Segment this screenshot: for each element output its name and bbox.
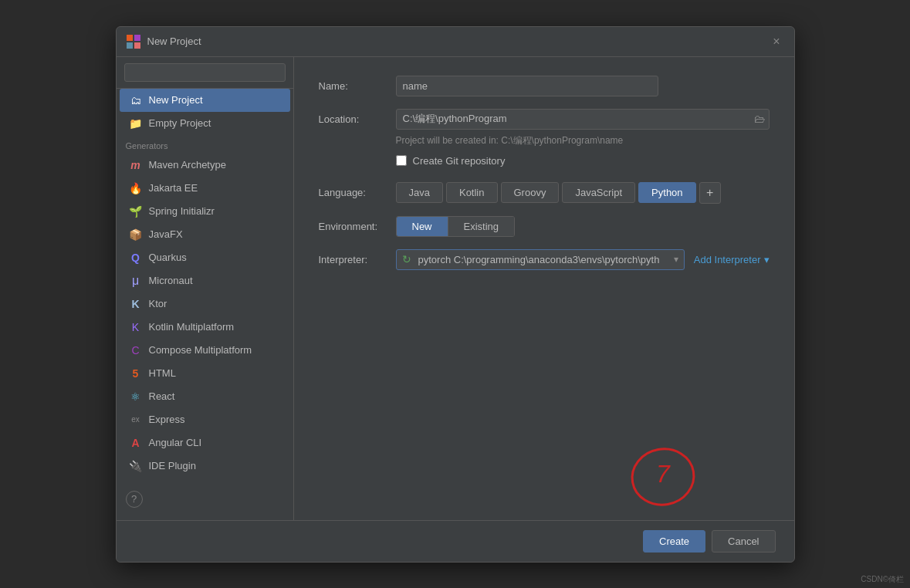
name-row: Name: [319,76,770,96]
location-row: Location: 🗁 [319,109,770,130]
sidebar-item-express[interactable]: ex Express [120,408,290,431]
empty-project-icon: 📁 [129,117,143,130]
location-field: 🗁 [396,109,770,130]
sidebar-item-micronaut[interactable]: μ Micronaut [120,269,290,292]
environment-label: Environment: [319,221,396,232]
sidebar-item-react[interactable]: ⚛ React [120,385,290,408]
add-language-button[interactable]: + [699,182,721,204]
cancel-button[interactable]: Cancel [712,530,775,553]
interpreter-row: Interpreter: ↻ pytorch C:\programming\an… [319,249,770,270]
sidebar-item-ktor[interactable]: K Ktor [120,292,290,316]
sidebar: 🗂 New Project 📁 Empty Project Generators… [117,57,294,520]
svg-rect-3 [134,42,140,49]
search-box [117,57,293,89]
new-project-dialog: New Project × 🗂 New Project 📁 Empty Proj… [116,26,795,563]
spring-icon: 🌱 [129,204,143,218]
add-interpreter-button[interactable]: Add Interpreter ▾ [685,254,770,265]
sidebar-item-quarkus[interactable]: Q Quarkus [120,246,290,269]
language-label: Language: [319,187,396,198]
react-icon: ⚛ [129,390,143,404]
language-buttons: Java Kotlin Groovy JavaScript Python + [396,182,721,204]
maven-icon: m [129,158,143,172]
add-interpreter-label: Add Interpreter [694,254,761,265]
lang-java-button[interactable]: Java [396,182,443,203]
lang-javascript-button[interactable]: JavaScript [562,182,635,203]
sidebar-item-label: HTML [149,367,176,379]
dialog-title: New Project [147,35,201,47]
location-label: Location: [319,113,396,125]
location-input-wrap: 🗁 [396,109,770,130]
sidebar-item-compose[interactable]: C Compose Multiplatform [120,339,290,362]
sidebar-item-label: Micronaut [149,275,193,286]
help-button[interactable]: ? [126,491,143,508]
kotlin-multiplatform-icon: K [129,320,143,334]
generators-section-label: Generators [117,135,293,154]
environment-buttons: New Existing [396,216,516,237]
sidebar-item-label: Spring Initializr [149,205,215,217]
sidebar-item-spring[interactable]: 🌱 Spring Initializr [120,200,290,223]
sidebar-item-maven[interactable]: m Maven Archetype [120,154,290,177]
svg-rect-0 [127,35,133,41]
jakarta-icon: 🔥 [129,181,143,195]
javafx-icon: 📦 [129,228,143,242]
search-input[interactable] [124,63,286,82]
lang-kotlin-button[interactable]: Kotlin [446,182,498,203]
name-label: Name: [319,80,396,92]
interpreter-refresh-icon: ↻ [402,253,411,265]
env-existing-button[interactable]: Existing [448,217,515,236]
sidebar-item-label: Express [149,414,185,425]
sidebar-item-label: Maven Archetype [149,159,226,171]
main-content: Name: Location: 🗁 Project will be create… [294,57,794,520]
sidebar-item-label: JavaFX [149,228,183,240]
close-button[interactable]: × [768,33,784,50]
sidebar-item-label: Kotlin Multiplatform [149,321,235,333]
sidebar-item-kotlin-multi[interactable]: K Kotlin Multiplatform [120,316,290,339]
svg-rect-2 [127,42,133,49]
sidebar-item-label: Jakarta EE [149,182,198,194]
sidebar-item-label: New Project [149,94,203,106]
environment-row: Environment: New Existing [319,216,770,237]
title-bar-left: New Project [126,34,201,49]
quarkus-icon: Q [129,251,143,265]
ide-plugin-icon: 🔌 [129,459,143,473]
sidebar-item-new-project[interactable]: 🗂 New Project [120,89,290,112]
sidebar-item-label: Empty Project [149,117,211,129]
lang-groovy-button[interactable]: Groovy [501,182,560,203]
env-new-button[interactable]: New [397,217,448,236]
new-project-icon: 🗂 [129,93,143,107]
location-input[interactable] [396,109,770,130]
svg-rect-1 [134,35,140,41]
sidebar-bottom: ? [117,485,293,514]
ktor-icon: K [129,297,143,311]
name-field [396,76,770,96]
sidebar-item-label: IDE Plugin [149,460,196,471]
html-icon: 5 [129,367,143,380]
git-checkbox[interactable] [396,155,407,166]
sidebar-item-javafx[interactable]: 📦 JavaFX [120,223,290,246]
title-bar: New Project × [117,27,794,57]
express-icon: ex [129,413,143,427]
compose-icon: C [129,343,143,357]
lang-python-button[interactable]: Python [638,182,695,203]
dialog-footer: 7 Create Cancel [117,520,794,562]
git-row: Create Git repository [396,155,770,167]
git-checkbox-label[interactable]: Create Git repository [413,155,506,167]
interpreter-label: Interpreter: [319,254,396,265]
app-logo-icon [126,34,141,49]
sidebar-item-empty-project[interactable]: 📁 Empty Project [120,112,290,135]
interpreter-select[interactable]: pytorch C:\programming\anaconda3\envs\py… [396,249,685,270]
sidebar-item-html[interactable]: 5 HTML [120,362,290,385]
name-input[interactable] [396,76,658,96]
sidebar-item-label: Compose Multiplatform [149,344,252,356]
sidebar-item-ide-plugin[interactable]: 🔌 IDE Plugin [120,455,290,478]
sidebar-item-angular[interactable]: A Angular CLI [120,431,290,455]
project-path-hint: Project will be created in: C:\编程\python… [396,134,770,147]
browse-folder-button[interactable]: 🗁 [753,111,766,127]
sidebar-item-label: Quarkus [149,252,187,263]
dialog-body: 🗂 New Project 📁 Empty Project Generators… [117,57,794,520]
sidebar-item-label: Ktor [149,298,167,309]
sidebar-item-label: Angular CLI [149,437,202,448]
sidebar-item-label: React [149,390,175,402]
create-button[interactable]: Create [643,530,705,553]
sidebar-item-jakarta[interactable]: 🔥 Jakarta EE [120,177,290,200]
